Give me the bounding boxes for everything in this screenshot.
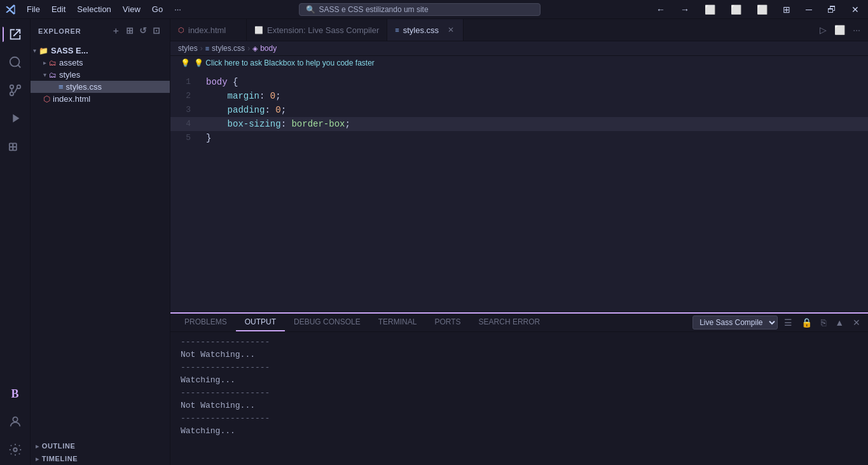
timeline-label: TIMELINE bbox=[42, 455, 78, 462]
chevron-up-icon[interactable]: ▲ bbox=[832, 316, 846, 329]
root-label: SASS E... bbox=[51, 46, 88, 55]
line-content-3: padding: 0; bbox=[201, 103, 286, 117]
panel-line-1: ------------------ bbox=[181, 336, 858, 349]
tab-close-styles-css[interactable]: ✕ bbox=[446, 25, 455, 34]
breadcrumb-styles-css[interactable]: styles.css bbox=[212, 44, 245, 53]
sidebar-bottom: ▸ OUTLINE ▸ TIMELINE bbox=[31, 440, 170, 465]
menu-more[interactable]: ··· bbox=[169, 3, 186, 15]
code-line-5: 5 } bbox=[170, 131, 868, 145]
more-actions-icon[interactable]: ··· bbox=[850, 24, 863, 36]
code-line-1: 1 body { bbox=[170, 75, 868, 89]
menu-selection[interactable]: Selection bbox=[72, 3, 116, 15]
outline-section[interactable]: ▸ OUTLINE bbox=[31, 440, 170, 452]
sidebar-item-explorer[interactable] bbox=[3, 22, 28, 47]
tab-styles-css[interactable]: ≡ styles.css ✕ bbox=[387, 19, 464, 41]
tip-text: 💡 Click here to ask Blackbox to help you… bbox=[194, 59, 375, 67]
panel-line-4: Watching... bbox=[181, 374, 858, 387]
css-file-icon: ≡ bbox=[59, 82, 64, 92]
panel-line-6: Not Watching... bbox=[181, 399, 858, 412]
sidebar-item-run[interactable] bbox=[3, 106, 28, 131]
breadcrumb-sep-1: › bbox=[200, 44, 203, 53]
styles-folder-label: styles bbox=[59, 70, 80, 80]
output-source-selector[interactable]: Live Sass Compile bbox=[692, 316, 778, 330]
filter-icon[interactable]: ☰ bbox=[782, 316, 795, 329]
panel-tab-ports[interactable]: PORTS bbox=[425, 314, 469, 331]
menu-file[interactable]: File bbox=[22, 3, 45, 15]
split-editor-icon[interactable]: ⬜ bbox=[832, 24, 848, 36]
collapse-icon[interactable]: ⊡ bbox=[151, 24, 162, 38]
tree-item-styles-folder[interactable]: ▾ 🗂 styles bbox=[31, 69, 170, 81]
root-folder-icon: 📁 bbox=[39, 46, 48, 55]
panel-tab-search-error[interactable]: SEARCH ERROR bbox=[470, 314, 549, 331]
line-number-2: 2 bbox=[170, 89, 201, 103]
timeline-section[interactable]: ▸ TIMELINE bbox=[31, 452, 170, 465]
sidebar-item-settings[interactable] bbox=[3, 437, 28, 462]
minimize-icon[interactable]: ─ bbox=[802, 3, 816, 16]
tree-item-index-html[interactable]: ⬡ index.html bbox=[31, 93, 170, 105]
tree-item-styles-css[interactable]: ≡ styles.css bbox=[31, 81, 170, 93]
close-icon[interactable]: ✕ bbox=[848, 3, 863, 16]
line-content-1: body { bbox=[201, 75, 238, 89]
layout-icon[interactable]: ⬜ bbox=[701, 3, 719, 16]
svg-point-10 bbox=[13, 448, 17, 452]
tree-root[interactable]: ▾ 📁 SASS E... bbox=[31, 45, 170, 57]
assets-label: assets bbox=[59, 58, 83, 67]
css-tab-icon: ≡ bbox=[395, 26, 399, 34]
sidebar-icon[interactable]: ⬜ bbox=[727, 3, 745, 16]
refresh-icon[interactable]: ↺ bbox=[138, 24, 149, 38]
sidebar-item-blackbox[interactable]: B bbox=[3, 381, 28, 406]
svg-point-2 bbox=[10, 85, 13, 89]
breadcrumb: styles › ≡ styles.css › ◈ body bbox=[170, 41, 868, 56]
menu-go[interactable]: Go bbox=[147, 3, 168, 15]
assets-folder-icon: 🗂 bbox=[49, 59, 57, 67]
menu-view[interactable]: View bbox=[118, 3, 146, 15]
line-number-3: 3 bbox=[170, 103, 201, 117]
panel-tab-output[interactable]: OUTPUT bbox=[236, 314, 285, 331]
panel-tab-problems[interactable]: PROBLEMS bbox=[176, 314, 236, 331]
chevron-down-icon: ▾ bbox=[43, 71, 46, 78]
tree-item-assets[interactable]: ▸ 🗂 assets bbox=[31, 57, 170, 69]
outline-label: OUTLINE bbox=[42, 442, 76, 450]
sidebar-item-account[interactable] bbox=[3, 409, 28, 434]
panel-tab-terminal[interactable]: TERMINAL bbox=[369, 314, 426, 331]
search-box[interactable]: 🔍 SASS e CSS estilizando um site bbox=[299, 3, 541, 16]
panel-icon[interactable]: ⬜ bbox=[753, 3, 771, 16]
styles-folder-icon: 🗂 bbox=[49, 71, 57, 80]
html-file-icon: ⬡ bbox=[43, 94, 50, 104]
chevron-right-icon: ▸ bbox=[43, 59, 46, 66]
code-line-3: 3 padding: 0; bbox=[170, 103, 868, 117]
main-layout: B Explorer ＋ ⊞ ↺ ⊡ ▾ 📁 SASS E... bbox=[0, 19, 868, 465]
tab-live-sass-compiler[interactable]: ⬜ Extension: Live Sass Compiler bbox=[247, 19, 387, 41]
search-icon: 🔍 bbox=[306, 5, 315, 14]
run-code-icon[interactable]: ▷ bbox=[817, 24, 829, 36]
code-editor[interactable]: 1 body { 2 margin: 0; 3 padding: 0; 4 bo… bbox=[170, 70, 868, 312]
tab-index-html[interactable]: ⬡ index.html bbox=[170, 19, 247, 41]
panel-line-3: ------------------ bbox=[181, 361, 858, 374]
breadcrumb-styles-folder[interactable]: styles bbox=[178, 44, 198, 53]
sidebar: Explorer ＋ ⊞ ↺ ⊡ ▾ 📁 SASS E... ▸ 🗂 asset… bbox=[31, 19, 170, 465]
tabs-bar-actions: ▷ ⬜ ··· bbox=[812, 24, 868, 36]
blackbox-tip-bar[interactable]: 💡 💡 Click here to ask Blackbox to help y… bbox=[170, 56, 868, 70]
sidebar-item-source-control[interactable] bbox=[3, 78, 28, 103]
grid-icon[interactable]: ⊞ bbox=[779, 3, 794, 16]
lock-icon[interactable]: 🔒 bbox=[799, 316, 815, 329]
copy-icon[interactable]: ⎘ bbox=[818, 316, 829, 329]
line-number-5: 5 bbox=[170, 131, 201, 145]
restore-icon[interactable]: 🗗 bbox=[823, 3, 840, 16]
breadcrumb-body[interactable]: body bbox=[260, 44, 277, 53]
nav-forward-icon[interactable]: → bbox=[677, 3, 693, 16]
panel-tab-debug-console[interactable]: DEBUG CONSOLE bbox=[285, 314, 369, 331]
panel-line-7: ------------------ bbox=[181, 412, 858, 425]
panel-close-icon[interactable]: ✕ bbox=[850, 316, 863, 329]
nav-back-icon[interactable]: ← bbox=[652, 3, 669, 16]
sidebar-item-extensions[interactable] bbox=[3, 134, 28, 159]
sidebar-item-search[interactable] bbox=[3, 50, 28, 75]
sidebar-actions: ＋ ⊞ ↺ ⊡ bbox=[110, 24, 162, 38]
tab-label-styles-css: styles.css bbox=[403, 25, 439, 35]
svg-point-0 bbox=[10, 57, 19, 67]
new-file-icon[interactable]: ＋ bbox=[110, 24, 122, 38]
menu-edit[interactable]: Edit bbox=[46, 3, 71, 15]
line-content-4: box-sizing: border-box; bbox=[201, 117, 350, 131]
new-folder-icon[interactable]: ⊞ bbox=[125, 24, 135, 38]
line-content-2: margin: 0; bbox=[201, 89, 281, 103]
